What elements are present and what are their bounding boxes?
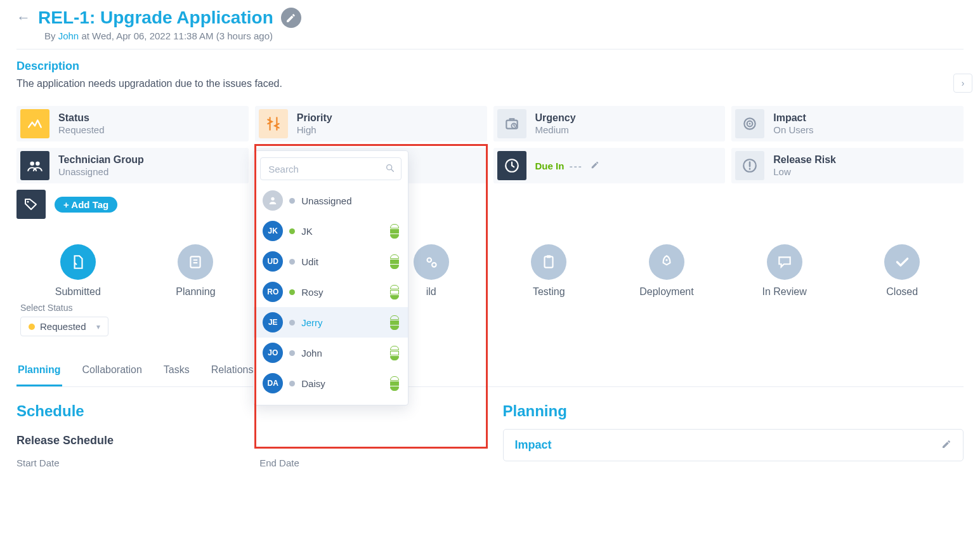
expand-right-button[interactable]: ›	[953, 74, 972, 93]
assignee-name: Jerry	[301, 317, 384, 328]
schedule-heading: Schedule	[16, 402, 478, 420]
select-status-label: Select Status	[20, 303, 964, 313]
capacity-icon	[390, 345, 399, 360]
stage-item[interactable]: Testing	[490, 244, 608, 298]
capacity-icon	[390, 376, 399, 391]
assignee-name: Daisy	[301, 378, 384, 389]
impact-card[interactable]: Impact On Users	[731, 106, 964, 141]
status-icon	[20, 109, 49, 138]
start-date-label: Start Date	[16, 457, 234, 468]
edit-title-button[interactable]	[281, 8, 301, 28]
tab-collaboration[interactable]: Collaboration	[81, 364, 143, 386]
assignee-option[interactable]: JEJerry	[254, 307, 408, 338]
description-heading: Description	[16, 60, 964, 73]
stage-icon	[531, 244, 566, 280]
presence-dot-icon	[289, 198, 295, 204]
tab-tasks[interactable]: Tasks	[162, 364, 191, 386]
status-card[interactable]: Status Requested	[16, 106, 249, 141]
add-tag-button[interactable]: + Add Tag	[55, 197, 117, 213]
page-title: REL-1: Upgrade Application	[38, 8, 273, 28]
svg-rect-15	[545, 256, 553, 267]
stage-item[interactable]: Deployment	[608, 244, 726, 298]
svg-point-10	[271, 197, 275, 201]
stage-icon	[178, 244, 213, 280]
svg-point-6	[36, 162, 40, 166]
user-avatar: UD	[263, 251, 283, 272]
presence-dot-icon	[289, 381, 295, 386]
user-avatar	[263, 190, 283, 211]
impact-icon	[735, 109, 764, 138]
release-risk-card[interactable]: Release Risk Low	[731, 148, 964, 183]
assignee-option[interactable]: DADaisy	[254, 368, 408, 398]
presence-dot-icon	[289, 228, 295, 234]
due-in-card[interactable]: Due In ---	[493, 148, 726, 183]
tag-icon	[16, 190, 46, 219]
release-schedule-heading: Release Schedule	[16, 434, 478, 447]
presence-dot-icon	[289, 350, 295, 356]
capacity-icon	[390, 315, 399, 330]
assignee-name: Unassigned	[301, 195, 399, 206]
chevron-down-icon: ▾	[96, 322, 100, 331]
assignee-option[interactable]: RORosy	[254, 277, 408, 307]
presence-dot-icon	[289, 320, 295, 326]
stage-item[interactable]: Submitted	[19, 244, 137, 298]
svg-point-17	[665, 259, 667, 261]
assignee-option[interactable]: Unassigned	[254, 185, 408, 216]
stage-item[interactable]: Planning	[137, 244, 255, 298]
end-date-label: End Date	[259, 457, 477, 468]
stage-item[interactable]: In Review	[726, 244, 844, 298]
search-icon	[385, 163, 395, 176]
assignee-option[interactable]: JOJohn	[254, 338, 408, 368]
user-avatar: JK	[263, 221, 283, 241]
stage-icon	[649, 244, 684, 280]
user-avatar: DA	[263, 373, 283, 393]
svg-point-11	[27, 201, 29, 203]
assignee-name: JK	[301, 226, 384, 237]
svg-point-13	[427, 258, 431, 263]
stage-label: In Review	[762, 286, 806, 298]
user-avatar: JO	[263, 343, 283, 363]
stage-label: Testing	[533, 286, 565, 298]
description-text: The application needs upgradation due to…	[16, 78, 964, 89]
select-status-dropdown[interactable]: Requested ▾	[20, 317, 108, 336]
group-icon	[20, 151, 49, 180]
assignee-name: Udit	[301, 256, 384, 267]
edit-impact-icon[interactable]	[941, 439, 951, 452]
due-in-edit-icon[interactable]	[591, 161, 599, 171]
svg-point-9	[387, 165, 392, 170]
urgency-card[interactable]: Urgency Medium	[493, 106, 726, 141]
svg-point-5	[30, 162, 34, 166]
stage-icon	[414, 244, 449, 280]
assignee-option[interactable]: UDUdit	[254, 246, 408, 277]
clock-icon	[497, 151, 526, 180]
tab-planning[interactable]: Planning	[16, 364, 62, 386]
presence-dot-icon	[289, 289, 295, 295]
capacity-icon	[390, 223, 399, 239]
status-dot-icon	[29, 324, 35, 330]
stage-item[interactable]: Closed	[843, 244, 961, 298]
technician-group-card[interactable]: Technician Group Unassigned	[16, 148, 249, 183]
svg-rect-16	[547, 255, 551, 258]
svg-point-14	[432, 263, 436, 267]
assignee-name: John	[301, 348, 384, 359]
tab-relations[interactable]: Relations	[210, 364, 255, 386]
capacity-icon	[390, 254, 399, 269]
stage-label: Deployment	[639, 286, 693, 298]
stage-icon	[884, 244, 920, 280]
stage-icon	[767, 244, 802, 280]
stage-label: Submitted	[55, 286, 101, 298]
svg-point-4	[749, 123, 751, 125]
assignee-name: Rosy	[301, 287, 384, 298]
stage-row: SubmittedPlanningildTestingDeploymentIn …	[16, 244, 964, 298]
author-link[interactable]: John	[58, 30, 79, 41]
assignee-search-input[interactable]	[260, 157, 402, 180]
impact-card[interactable]: Impact	[503, 429, 964, 461]
assignee-option[interactable]: JKJK	[254, 216, 408, 246]
user-avatar: RO	[263, 282, 283, 302]
byline: By John at Wed, Apr 06, 2022 11:38 AM (3…	[44, 30, 964, 41]
assignee-dropdown: UnassignedJKJKUDUditRORosyJEJerryJOJohnD…	[253, 150, 408, 405]
presence-dot-icon	[289, 259, 295, 265]
planning-heading: Planning	[503, 402, 964, 420]
priority-card[interactable]: Priority High	[255, 106, 487, 141]
back-arrow-icon[interactable]: ←	[16, 10, 30, 26]
